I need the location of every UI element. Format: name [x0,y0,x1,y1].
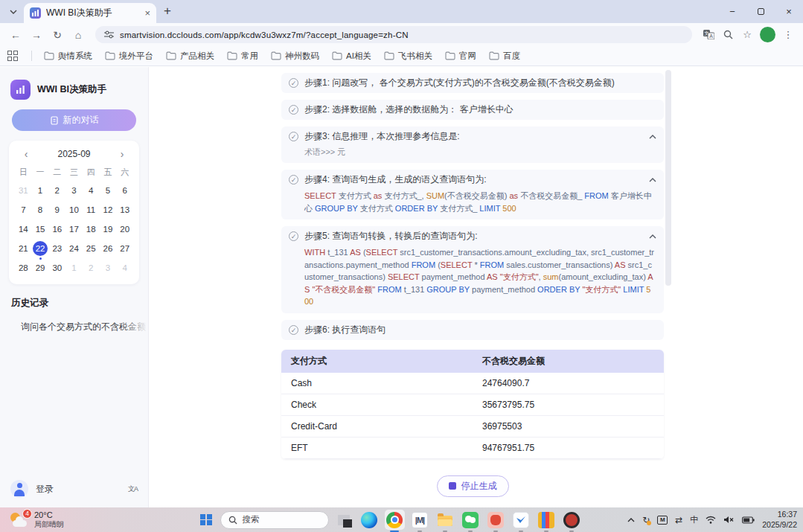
language-switch-icon[interactable]: 文A [128,484,138,494]
tab-search-button[interactable] [6,4,21,19]
taskbar-icon-file-explorer[interactable] [435,510,455,530]
calendar-day[interactable]: 1 [32,183,49,198]
calendar-day[interactable]: 31 [15,183,32,198]
bookmark-item[interactable]: 产品相关 [166,51,214,62]
calendar-day[interactable]: 27 [116,241,133,256]
login-button[interactable]: 登录 [36,483,54,496]
taskbar-clock[interactable]: 16:37 2025/9/22 [762,510,797,530]
taskbar-search[interactable]: 搜索 [220,511,329,529]
forward-button[interactable]: → [27,25,46,45]
calendar-day[interactable]: 28 [15,260,32,275]
calendar-day[interactable]: 19 [100,222,117,237]
tray-markdown-icon[interactable]: M [657,516,668,525]
taskbar-icon-cat-app[interactable] [486,510,506,530]
back-button[interactable]: ← [6,25,25,45]
taskbar-icon-recorder-app[interactable] [562,510,582,530]
profile-avatar[interactable] [760,27,775,42]
window-close-button[interactable]: × [775,0,803,23]
calendar-day[interactable]: 25 [83,241,100,256]
calendar-day[interactable]: 2 [83,260,100,275]
calendar-day[interactable]: 4 [116,260,133,275]
bookmark-star-icon[interactable]: ☆ [738,26,756,44]
calendar-day[interactable]: 10 [65,202,83,217]
bookmark-item[interactable]: 官网 [445,51,476,62]
calendar-day[interactable]: 16 [48,222,65,237]
taskbar-icon-chrome[interactable] [385,510,405,530]
calendar-prev-icon[interactable]: ‹ [21,148,31,160]
calendar-day[interactable]: 5 [100,183,117,198]
bookmark-item[interactable]: 神州数码 [271,51,319,62]
step-header[interactable]: ✓步骤3: 信息推理，本次推理参考信息是: [289,130,656,143]
battery-icon[interactable] [742,516,755,524]
calendar-day[interactable]: 14 [15,222,32,237]
calendar-day[interactable]: 17 [65,222,83,237]
calendar-next-icon[interactable]: › [117,148,127,160]
volume-muted-icon[interactable] [723,516,735,524]
calendar-day[interactable]: 4 [83,183,100,198]
calendar-day[interactable]: 23 [48,241,65,256]
calendar-day[interactable]: 26 [100,241,117,256]
home-button[interactable]: ⌂ [68,25,88,45]
calendar-day[interactable]: 20 [116,222,133,237]
calendar-day[interactable]: 18 [83,222,100,237]
step-header[interactable]: ✓步骤4: 查询语句生成，生成的语义查询语句为: [289,173,656,186]
stop-generation-button[interactable]: 停止生成 [437,475,509,497]
bookmark-item[interactable]: 舆情系统 [44,51,92,62]
taskbar-icon-markdown-app[interactable]: |M| [410,510,430,530]
bookmark-item[interactable]: AI相关 [332,51,371,62]
bookmark-item[interactable]: 境外平台 [105,51,153,62]
calendar-day[interactable]: 22 [33,241,48,256]
ime-indicator[interactable]: 中 [690,514,698,525]
bookmark-item[interactable]: 飞书相关 [384,51,432,62]
window-maximize-button[interactable] [746,0,775,23]
calendar-day[interactable]: 6 [116,183,133,198]
calendar-day[interactable]: 8 [32,202,49,217]
calendar-day[interactable]: 11 [83,202,100,217]
calendar-day[interactable]: 21 [15,241,32,256]
wifi-icon[interactable] [706,516,716,524]
collapse-chevron-icon[interactable] [649,135,656,139]
window-minimize-button[interactable]: − [718,0,746,23]
refresh-button[interactable]: ↻ [48,25,67,45]
browser-tab[interactable]: WWI BI决策助手 × [24,3,156,23]
start-button[interactable] [197,511,215,529]
bookmark-item[interactable]: 常用 [227,51,258,62]
search-icon[interactable] [719,26,737,44]
new-chat-button[interactable]: 新的对话 [12,109,136,131]
calendar-day[interactable]: 9 [48,202,65,217]
scrollbar-thumb[interactable] [665,70,671,286]
taskbar-icon-blue-app[interactable] [511,510,531,530]
translate-icon[interactable]: 文A [700,26,717,44]
collapse-chevron-icon[interactable] [649,178,656,182]
address-bar[interactable]: smartvision.dcclouds.com/app/kcdw3u3wxz7… [95,26,692,43]
bookmark-item[interactable]: 百度 [489,51,520,62]
tray-sync-icon[interactable]: ↻ [642,515,650,525]
calendar-day[interactable]: 3 [65,183,83,198]
calendar-day[interactable]: 29 [32,260,49,275]
browser-menu-icon[interactable]: ⋮ [779,26,797,44]
calendar-day[interactable]: 12 [100,202,117,217]
calendar-day[interactable]: 3 [100,260,117,275]
calendar-day[interactable]: 30 [48,260,65,275]
taskbar: 4 20°C 局部晴朗 搜索 |M| ↻ M ⇄ 中 [0,507,803,532]
history-item[interactable]: 询问各个交易方式的不含税金额 [0,318,148,336]
taskbar-icon-green-app[interactable] [461,510,481,530]
taskbar-weather-widget[interactable]: 4 20°C 局部晴朗 [4,507,68,532]
user-avatar-icon[interactable] [10,480,28,498]
calendar-day[interactable]: 13 [116,202,133,217]
step-header[interactable]: ✓步骤5: 查询语句转换，转换后的查询语句为: [289,230,656,243]
calendar-day[interactable]: 15 [32,222,49,237]
tray-expand-icon[interactable] [627,518,635,522]
new-tab-button[interactable]: + [164,4,171,19]
tab-close-icon[interactable]: × [144,7,150,19]
calendar-day[interactable]: 7 [15,202,32,217]
taskbar-icon-archive-app[interactable] [537,510,557,530]
tray-network-activity-icon[interactable]: ⇄ [675,515,682,525]
taskbar-icon-desktop-app[interactable] [334,510,354,530]
calendar-day[interactable]: 2 [48,183,65,198]
calendar-day[interactable]: 1 [65,260,83,275]
apps-grid-icon[interactable] [7,51,18,61]
collapse-chevron-icon[interactable] [649,234,656,239]
taskbar-icon-edge[interactable] [359,510,380,530]
calendar-day[interactable]: 24 [65,241,83,256]
